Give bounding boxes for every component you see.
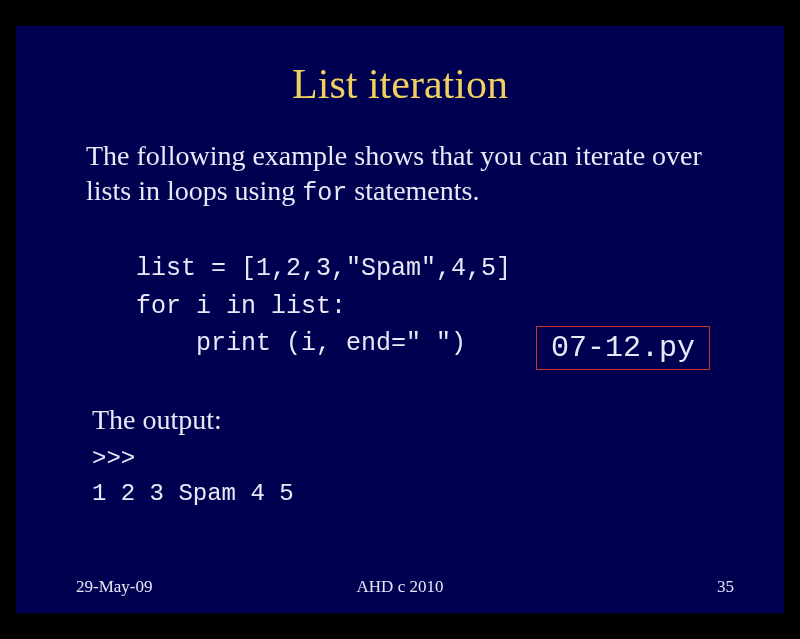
output-text: >>> 1 2 3 Spam 4 5 [92, 442, 294, 512]
intro-code-keyword: for [302, 179, 347, 208]
output-label: The output: [92, 404, 222, 436]
footer-page-number: 35 [717, 577, 734, 597]
slide: List iteration The following example sho… [16, 26, 784, 613]
footer-copyright: AHD c 2010 [16, 577, 784, 597]
filename-box: 07-12.py [536, 326, 710, 370]
intro-text: The following example shows that you can… [86, 138, 724, 209]
intro-post: statements. [347, 175, 479, 206]
code-example: list = [1,2,3,"Spam",4,5] for i in list:… [136, 250, 511, 363]
slide-title: List iteration [16, 60, 784, 108]
